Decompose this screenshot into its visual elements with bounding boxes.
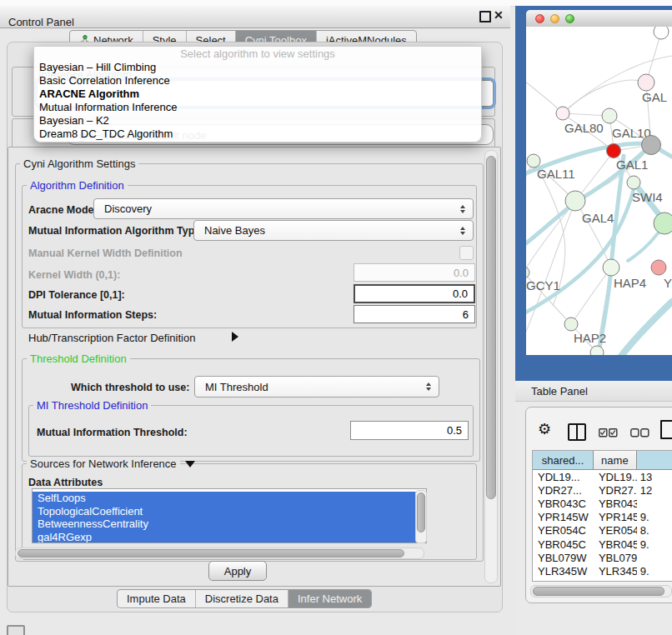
- table-row[interactable]: YDL19...YDL19...13: [533, 470, 672, 483]
- control-panel-titlebar: Control Panel: [0, 6, 510, 28]
- new-table-icon[interactable]: [660, 420, 672, 439]
- dropdown-item[interactable]: ARACNE Algorithm: [34, 88, 481, 101]
- table-header-cell[interactable]: name: [594, 451, 637, 469]
- dropdown-item[interactable]: Bayesian – K2: [34, 114, 481, 128]
- table-row[interactable]: YBL079WYBL079W: [533, 551, 672, 564]
- network-node[interactable]: [642, 136, 661, 155]
- table-cell: 13: [637, 471, 672, 483]
- tab-label: Discretize Data: [205, 592, 278, 605]
- network-canvas[interactable]: GALGAL80GAL10GAL1GAL11SWI4GAL4HAP4YGCY1H…: [526, 27, 672, 355]
- table-cell: YLR345W: [594, 565, 637, 578]
- tab-discretize-data[interactable]: Discretize Data: [195, 590, 288, 608]
- table-header-cell[interactable]: [637, 451, 672, 469]
- table-row[interactable]: YIL052CYIL052C9: [533, 578, 672, 582]
- tab-impute-data[interactable]: Impute Data: [118, 590, 195, 608]
- attribute-list-item[interactable]: TopologicalCoefficient: [33, 505, 426, 518]
- table-body: YDL19...YDL19...13YDR27...YDR27...12YBR0…: [533, 470, 672, 582]
- scrollbar-thumb[interactable]: [18, 549, 404, 558]
- table-horizontal-scrollbar[interactable]: [530, 585, 672, 598]
- network-node[interactable]: [638, 74, 654, 91]
- table-row[interactable]: YBR043CYBR043C: [533, 497, 672, 510]
- table-row[interactable]: YLR345WYLR345W9.: [533, 564, 672, 578]
- scrollbar-thumb[interactable]: [533, 587, 664, 596]
- settings-vertical-scrollbar[interactable]: [484, 150, 498, 583]
- float-panel-icon[interactable]: [479, 11, 491, 22]
- spinner-arrows-icon: [460, 205, 465, 213]
- minimize-window-icon[interactable]: [550, 14, 559, 23]
- network-node[interactable]: [607, 144, 621, 158]
- network-node[interactable]: [527, 154, 540, 168]
- network-window-titlebar[interactable]: [526, 10, 672, 28]
- network-node[interactable]: [654, 27, 669, 39]
- network-node[interactable]: [565, 191, 585, 211]
- manual-kernel-checkbox[interactable]: [459, 246, 474, 260]
- mi-threshold-group-title: MI Threshold Definition: [33, 399, 151, 412]
- which-threshold-combobox[interactable]: MI Threshold: [194, 376, 439, 398]
- network-node[interactable]: [590, 346, 604, 355]
- gear-icon[interactable]: ⚙: [538, 422, 551, 437]
- table-row[interactable]: YBR045CYBR045C9.: [533, 538, 672, 551]
- mi-type-combobox[interactable]: Naive Bayes: [193, 220, 474, 241]
- dropdown-item[interactable]: Bayesian – Hill Climbing: [34, 61, 481, 74]
- network-edge[interactable]: [563, 56, 672, 113]
- deselect-all-checkboxes-icon[interactable]: [630, 428, 649, 438]
- scrollbar-thumb[interactable]: [417, 492, 425, 532]
- table-row[interactable]: YER054CYER054C8.: [533, 524, 672, 538]
- table-cell: 9.: [637, 565, 672, 578]
- attribute-list-item[interactable]: BetweennessCentrality: [33, 518, 426, 531]
- tab-label: Impute Data: [127, 592, 186, 605]
- attribute-list-item[interactable]: SelfLoops: [33, 492, 426, 505]
- select-all-checkboxes-icon[interactable]: [599, 428, 618, 438]
- dropdown-placeholder: Select algorithm to view settings: [34, 47, 481, 61]
- mi-threshold-field[interactable]: 0.5: [350, 421, 469, 440]
- network-node[interactable]: [602, 108, 617, 123]
- attribute-list-item[interactable]: gal4RGexp: [33, 531, 426, 543]
- scrollbar-thumb[interactable]: [486, 156, 496, 499]
- network-node[interactable]: [651, 260, 666, 275]
- mi-type-label: Mutual Information Algorithm Type:: [28, 225, 203, 237]
- expand-arrow-icon[interactable]: [232, 332, 238, 342]
- network-node-label: GAL: [642, 90, 667, 104]
- dropdown-item[interactable]: Basic Correlation Inference: [34, 74, 481, 88]
- network-edge[interactable]: [563, 80, 646, 113]
- split-columns-icon[interactable]: [568, 423, 586, 441]
- close-panel-icon[interactable]: ✕: [494, 8, 504, 22]
- mi-steps-label: Mutual Information Steps:: [28, 309, 157, 321]
- network-edge-thick[interactable]: [619, 302, 672, 355]
- collapse-arrow-icon[interactable]: [185, 461, 195, 468]
- network-node[interactable]: [526, 267, 529, 278]
- dpi-tolerance-field[interactable]: 0.0: [354, 284, 475, 303]
- network-view-window[interactable]: GALGAL80GAL10GAL1GAL11SWI4GAL4HAP4YGCY1H…: [526, 10, 672, 355]
- data-attributes-list[interactable]: SelfLoopsTopologicalCoefficientBetweenne…: [32, 488, 427, 543]
- dropdown-item-list: Bayesian – Hill ClimbingBasic Correlatio…: [34, 61, 481, 141]
- apply-button[interactable]: Apply: [208, 561, 267, 581]
- table-cell: YLR345W: [533, 565, 594, 578]
- network-node[interactable]: [627, 176, 640, 189]
- table-row[interactable]: YDR27...YDR27...12: [533, 483, 672, 497]
- attributes-list-scrollbar[interactable]: [415, 490, 427, 543]
- close-window-icon[interactable]: [535, 14, 544, 23]
- mi-threshold-label: Mutual Information Threshold:: [37, 427, 188, 438]
- network-node[interactable]: [556, 107, 569, 120]
- network-edge[interactable]: [526, 78, 563, 113]
- table-cell: YBL079W: [533, 552, 594, 564]
- dropdown-item[interactable]: Dream8 DC_TDC Algorithm: [34, 128, 481, 141]
- network-node[interactable]: [654, 212, 672, 234]
- network-node[interactable]: [564, 318, 578, 331]
- dropdown-item[interactable]: Mutual Information Inference: [34, 101, 481, 114]
- network-node-label: Y: [664, 276, 672, 290]
- network-edge[interactable]: [526, 161, 534, 210]
- table-header-cell[interactable]: shared...: [533, 451, 594, 469]
- tab-infer-network[interactable]: Infer Network: [288, 590, 371, 608]
- table-cell: YIL052C: [533, 578, 594, 582]
- manual-kernel-label: Manual Kernel Width Definition: [28, 248, 183, 259]
- table-row[interactable]: YPR145WYPR145W9.: [533, 511, 672, 524]
- settings-horizontal-scrollbar[interactable]: [15, 548, 424, 559]
- zoom-window-icon[interactable]: [565, 14, 574, 23]
- mi-steps-field[interactable]: 6: [354, 305, 475, 323]
- spinner-arrows-icon: [426, 382, 431, 391]
- kernel-width-field[interactable]: 0.0: [354, 263, 475, 282]
- dock-panel-button[interactable]: [7, 625, 25, 635]
- network-node[interactable]: [603, 259, 619, 276]
- aracne-mode-combobox[interactable]: Discovery: [93, 198, 474, 219]
